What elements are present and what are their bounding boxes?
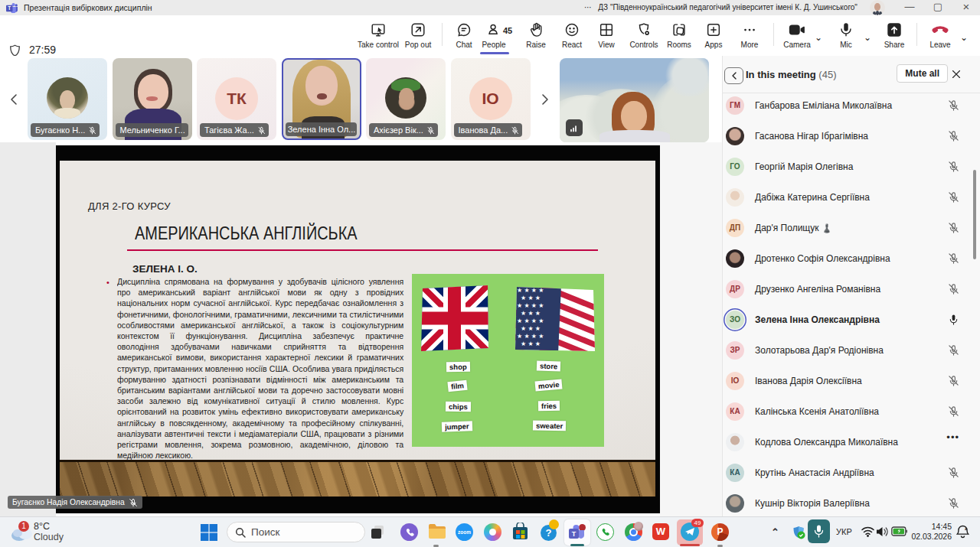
svg-text:★ ★ ★: ★ ★ ★	[521, 325, 541, 332]
svg-text:z: z	[965, 526, 967, 531]
svg-text:T: T	[8, 5, 11, 11]
svg-text:★ ★ ★: ★ ★ ★	[521, 340, 541, 347]
svg-text:T: T	[572, 530, 577, 538]
svg-text:★ ★ ★: ★ ★ ★	[521, 295, 541, 301]
svg-text:★ ★ ★ ★: ★ ★ ★ ★	[517, 333, 544, 340]
svg-text:★ ★ ★: ★ ★ ★	[521, 310, 541, 317]
svg-text:★ ★ ★ ★: ★ ★ ★ ★	[517, 302, 544, 309]
svg-text:★ ★ ★ ★: ★ ★ ★ ★	[517, 287, 544, 294]
svg-text:★ ★ ★ ★: ★ ★ ★ ★	[517, 317, 544, 324]
